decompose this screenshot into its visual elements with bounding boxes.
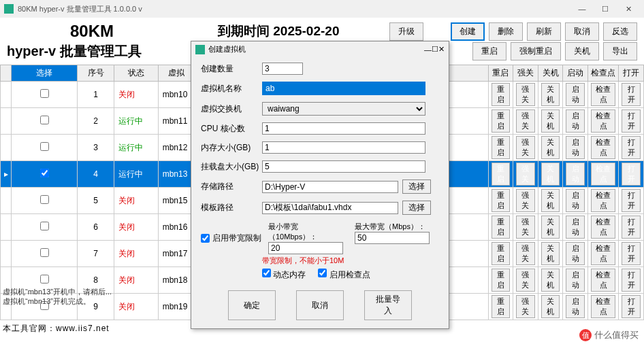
row-open-button[interactable]: 打开	[622, 162, 641, 186]
export-button[interactable]: 导出	[603, 42, 637, 61]
store-path-input[interactable]	[262, 181, 398, 193]
col-select[interactable]: 选择	[12, 65, 78, 82]
row-checkbox[interactable]	[12, 108, 78, 135]
row-shutdown-button[interactable]: 关机	[541, 242, 560, 265]
row-start-button[interactable]: 启动	[566, 109, 585, 133]
row-open-button[interactable]: 打开	[622, 109, 641, 133]
row-force-button[interactable]: 强关	[516, 269, 535, 292]
row-shutdown-button[interactable]: 关机	[541, 136, 560, 159]
row-checkbox[interactable]	[12, 135, 78, 161]
col-restart[interactable]: 重启	[488, 65, 513, 82]
row-start-button[interactable]: 启动	[566, 83, 585, 106]
row-checkpoint-button[interactable]: 检查点	[591, 136, 615, 159]
row-checkpoint-button[interactable]: 检查点	[591, 109, 615, 133]
row-shutdown-button[interactable]: 关机	[541, 162, 560, 186]
bandwidth-checkbox[interactable]	[201, 234, 210, 243]
row-open-button[interactable]: 打开	[622, 189, 641, 212]
row-checkbox[interactable]	[12, 241, 78, 267]
maximize-button[interactable]: ☐	[594, 5, 617, 14]
delete-button[interactable]: 删除	[489, 22, 523, 41]
dialog-import-button[interactable]: 批量导入	[364, 290, 412, 320]
dialog-close-button[interactable]: ✕	[438, 45, 445, 54]
row-checkpoint-button[interactable]: 检查点	[591, 269, 615, 292]
row-restart-button[interactable]: 重启	[492, 189, 511, 212]
row-force-button[interactable]: 强关	[516, 136, 535, 159]
row-checkpoint-button[interactable]: 检查点	[591, 83, 615, 106]
bw-max-input[interactable]	[355, 232, 430, 244]
minimize-button[interactable]: —	[570, 5, 594, 13]
dialog-ok-button[interactable]: 确定	[228, 290, 276, 320]
row-restart-button[interactable]: 重启	[492, 162, 511, 186]
bw-min-input[interactable]	[268, 242, 343, 254]
dynamic-memory-checkbox[interactable]: 动态内存	[262, 269, 306, 281]
row-start-button[interactable]: 启动	[566, 216, 585, 239]
restart-all-button[interactable]: 重启	[472, 42, 506, 61]
row-restart-button[interactable]: 重启	[492, 216, 511, 239]
row-force-button[interactable]: 强关	[516, 295, 535, 318]
row-checkpoint-button[interactable]: 检查点	[591, 216, 615, 239]
col-checkpoint[interactable]: 检查点	[588, 65, 619, 82]
row-start-button[interactable]: 启动	[566, 162, 585, 186]
row-shutdown-button[interactable]: 关机	[541, 216, 560, 239]
row-shutdown-button[interactable]: 关机	[541, 269, 560, 292]
row-open-button[interactable]: 打开	[622, 216, 641, 239]
row-force-button[interactable]: 强关	[516, 189, 535, 212]
refresh-button[interactable]: 刷新	[527, 22, 561, 41]
disk-input[interactable]	[262, 160, 425, 173]
invert-button[interactable]: 反选	[603, 22, 637, 41]
row-restart-button[interactable]: 重启	[492, 295, 511, 318]
row-open-button[interactable]: 打开	[622, 136, 641, 159]
row-checkbox[interactable]	[12, 188, 78, 214]
row-start-button[interactable]: 启动	[566, 189, 585, 212]
row-open-button[interactable]: 打开	[622, 269, 641, 292]
row-force-button[interactable]: 强关	[516, 242, 535, 265]
col-force[interactable]: 强关	[513, 65, 538, 82]
count-input[interactable]	[262, 63, 303, 75]
col-shutdown[interactable]: 关机	[538, 65, 563, 82]
col-open[interactable]: 打开	[619, 65, 644, 82]
row-force-button[interactable]: 强关	[516, 216, 535, 239]
col-vm[interactable]: 虚拟	[158, 65, 195, 82]
dialog-maximize-button[interactable]: ☐	[432, 45, 438, 54]
row-start-button[interactable]: 启动	[566, 136, 585, 159]
row-checkpoint-button[interactable]: 检查点	[591, 189, 615, 212]
cancel-button[interactable]: 取消	[565, 22, 599, 41]
row-restart-button[interactable]: 重启	[492, 109, 511, 133]
col-status[interactable]: 状态	[114, 65, 159, 82]
col-start[interactable]: 启动	[563, 65, 588, 82]
row-shutdown-button[interactable]: 关机	[541, 295, 560, 318]
memory-input[interactable]	[262, 141, 425, 154]
store-choose-button[interactable]: 选择	[402, 179, 431, 194]
row-shutdown-button[interactable]: 关机	[541, 189, 560, 212]
row-checkpoint-button[interactable]: 检查点	[591, 162, 615, 186]
row-checkpoint-button[interactable]: 检查点	[591, 295, 615, 318]
dialog-minimize-button[interactable]: —	[424, 46, 432, 54]
row-force-button[interactable]: 强关	[516, 83, 535, 106]
close-button[interactable]: ✕	[617, 5, 640, 14]
footer-link[interactable]: 本工具官网：www.iis7.net	[3, 323, 110, 334]
vm-name-input[interactable]	[262, 82, 425, 95]
row-restart-button[interactable]: 重启	[492, 136, 511, 159]
row-checkbox[interactable]	[12, 161, 78, 188]
row-open-button[interactable]: 打开	[622, 295, 641, 318]
row-checkbox[interactable]	[12, 82, 78, 108]
row-start-button[interactable]: 启动	[566, 269, 585, 292]
row-restart-button[interactable]: 重启	[492, 269, 511, 292]
row-force-button[interactable]: 强关	[516, 162, 535, 186]
row-restart-button[interactable]: 重启	[492, 242, 511, 265]
row-start-button[interactable]: 启动	[566, 242, 585, 265]
row-shutdown-button[interactable]: 关机	[541, 83, 560, 106]
row-force-button[interactable]: 强关	[516, 109, 535, 133]
switch-select[interactable]: waiwang	[262, 102, 425, 116]
row-open-button[interactable]: 打开	[622, 242, 641, 265]
create-button[interactable]: 创建	[451, 22, 485, 41]
checkpoint-checkbox[interactable]: 启用检查点	[318, 269, 370, 281]
row-shutdown-button[interactable]: 关机	[541, 109, 560, 133]
row-checkpoint-button[interactable]: 检查点	[591, 242, 615, 265]
row-open-button[interactable]: 打开	[622, 83, 641, 106]
cpu-input[interactable]	[262, 122, 425, 135]
row-restart-button[interactable]: 重启	[492, 83, 511, 106]
dialog-cancel-button[interactable]: 取消	[296, 290, 344, 320]
row-checkbox[interactable]	[12, 214, 78, 241]
shutdown-all-button[interactable]: 关机	[565, 42, 599, 61]
